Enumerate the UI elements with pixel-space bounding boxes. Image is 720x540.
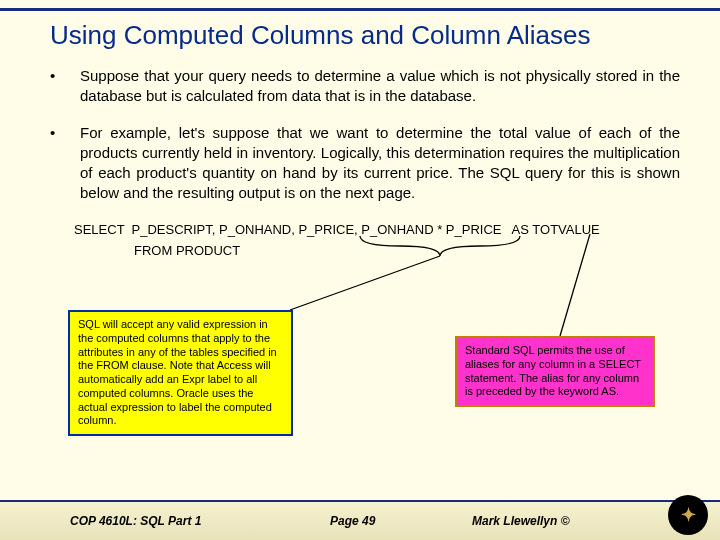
bullet-marker: • (50, 66, 80, 107)
footer-page: Page 49 (330, 514, 375, 528)
sql-line-select: SELECT P_DESCRIPT, P_ONHAND, P_PRICE, P_… (74, 222, 600, 237)
sql-alias: TOTVALUE (529, 222, 600, 237)
bullet-2: • For example, let's suppose that we wan… (50, 123, 680, 204)
sql-columns: P_DESCRIPT, P_ONHAND, P_PRICE, P_ONHAND … (132, 222, 502, 237)
slide-footer: COP 4610L: SQL Part 1 Page 49 Mark Llewe… (0, 500, 720, 540)
bullet-1: • Suppose that your query needs to deter… (50, 66, 680, 107)
content-area: • Suppose that your query needs to deter… (50, 66, 680, 220)
sql-as-kw: AS (512, 222, 529, 237)
callouts-area: SQL will accept any valid expression in … (0, 310, 720, 470)
bullet-1-text: Suppose that your query needs to determi… (80, 66, 680, 107)
top-rule (0, 8, 720, 11)
footer-author: Mark Llewellyn © (472, 514, 570, 528)
bullet-2-text: For example, let's suppose that we want … (80, 123, 680, 204)
slide-title: Using Computed Columns and Column Aliase… (50, 20, 690, 51)
callout-computed-columns: SQL will accept any valid expression in … (68, 310, 293, 436)
sql-line-from: FROM PRODUCT (134, 243, 600, 258)
callout-aliases: Standard SQL permits the use of aliases … (455, 336, 655, 407)
footer-course: COP 4610L: SQL Part 1 (70, 514, 201, 528)
bullet-marker: • (50, 123, 80, 204)
ucf-logo-icon: ✦ (668, 495, 708, 535)
sql-select-kw: SELECT (74, 222, 124, 237)
sql-code: SELECT P_DESCRIPT, P_ONHAND, P_PRICE, P_… (74, 222, 600, 258)
